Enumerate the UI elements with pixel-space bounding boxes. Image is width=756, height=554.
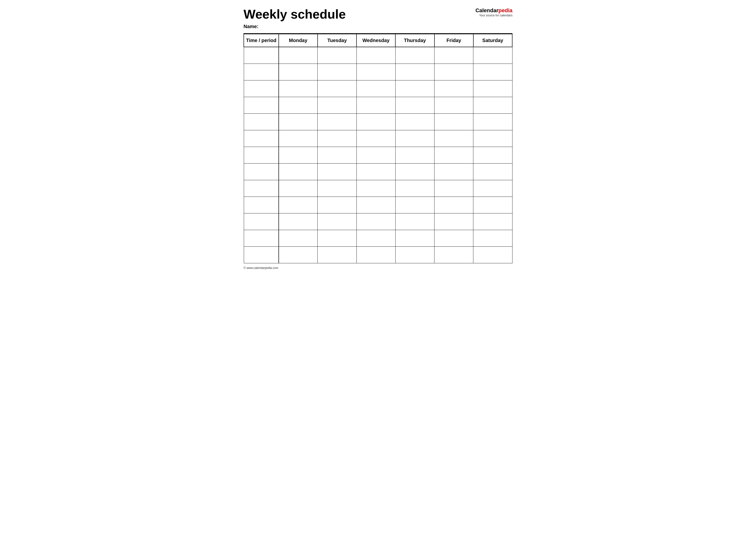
day-cell[interactable] bbox=[279, 230, 318, 246]
col-header-thursday: Thursday bbox=[395, 34, 434, 47]
day-cell[interactable] bbox=[357, 246, 395, 263]
day-cell[interactable] bbox=[434, 197, 473, 213]
time-cell[interactable] bbox=[244, 130, 279, 147]
day-cell[interactable] bbox=[318, 213, 357, 230]
time-cell[interactable] bbox=[244, 213, 279, 230]
day-cell[interactable] bbox=[357, 47, 395, 64]
day-cell[interactable] bbox=[395, 80, 434, 97]
day-cell[interactable] bbox=[318, 80, 357, 97]
day-cell[interactable] bbox=[434, 230, 473, 246]
table-row bbox=[244, 213, 512, 230]
time-cell[interactable] bbox=[244, 113, 279, 130]
page-container: Weekly schedule Name: Calendarpedia Your… bbox=[244, 7, 512, 270]
day-cell[interactable] bbox=[473, 246, 512, 263]
day-cell[interactable] bbox=[434, 163, 473, 180]
day-cell[interactable] bbox=[318, 64, 357, 80]
day-cell[interactable] bbox=[473, 197, 512, 213]
day-cell[interactable] bbox=[395, 64, 434, 80]
day-cell[interactable] bbox=[395, 147, 434, 163]
day-cell[interactable] bbox=[357, 130, 395, 147]
day-cell[interactable] bbox=[434, 113, 473, 130]
day-cell[interactable] bbox=[279, 113, 318, 130]
day-cell[interactable] bbox=[318, 180, 357, 197]
day-cell[interactable] bbox=[434, 97, 473, 113]
day-cell[interactable] bbox=[318, 113, 357, 130]
time-cell[interactable] bbox=[244, 197, 279, 213]
day-cell[interactable] bbox=[473, 147, 512, 163]
day-cell[interactable] bbox=[318, 130, 357, 147]
day-cell[interactable] bbox=[279, 97, 318, 113]
day-cell[interactable] bbox=[357, 80, 395, 97]
day-cell[interactable] bbox=[395, 197, 434, 213]
day-cell[interactable] bbox=[395, 47, 434, 64]
time-cell[interactable] bbox=[244, 163, 279, 180]
day-cell[interactable] bbox=[279, 47, 318, 64]
day-cell[interactable] bbox=[357, 147, 395, 163]
day-cell[interactable] bbox=[395, 97, 434, 113]
day-cell[interactable] bbox=[357, 197, 395, 213]
table-row bbox=[244, 64, 512, 80]
time-cell[interactable] bbox=[244, 180, 279, 197]
day-cell[interactable] bbox=[318, 163, 357, 180]
day-cell[interactable] bbox=[434, 147, 473, 163]
day-cell[interactable] bbox=[395, 163, 434, 180]
day-cell[interactable] bbox=[434, 180, 473, 197]
day-cell[interactable] bbox=[434, 80, 473, 97]
day-cell[interactable] bbox=[395, 130, 434, 147]
day-cell[interactable] bbox=[473, 97, 512, 113]
time-cell[interactable] bbox=[244, 97, 279, 113]
day-cell[interactable] bbox=[318, 47, 357, 64]
day-cell[interactable] bbox=[395, 113, 434, 130]
time-cell[interactable] bbox=[244, 47, 279, 64]
day-cell[interactable] bbox=[434, 246, 473, 263]
header-section: Weekly schedule Name: Calendarpedia Your… bbox=[244, 7, 512, 29]
day-cell[interactable] bbox=[434, 130, 473, 147]
day-cell[interactable] bbox=[473, 64, 512, 80]
day-cell[interactable] bbox=[279, 147, 318, 163]
day-cell[interactable] bbox=[279, 246, 318, 263]
day-cell[interactable] bbox=[357, 163, 395, 180]
day-cell[interactable] bbox=[473, 230, 512, 246]
day-cell[interactable] bbox=[473, 47, 512, 64]
day-cell[interactable] bbox=[357, 97, 395, 113]
day-cell[interactable] bbox=[279, 64, 318, 80]
day-cell[interactable] bbox=[279, 213, 318, 230]
day-cell[interactable] bbox=[357, 230, 395, 246]
table-row bbox=[244, 47, 512, 64]
day-cell[interactable] bbox=[279, 163, 318, 180]
col-header-time: Time / period bbox=[244, 34, 279, 47]
time-cell[interactable] bbox=[244, 80, 279, 97]
day-cell[interactable] bbox=[473, 113, 512, 130]
day-cell[interactable] bbox=[279, 130, 318, 147]
time-cell[interactable] bbox=[244, 64, 279, 80]
time-cell[interactable] bbox=[244, 246, 279, 263]
day-cell[interactable] bbox=[395, 246, 434, 263]
time-cell[interactable] bbox=[244, 230, 279, 246]
day-cell[interactable] bbox=[318, 147, 357, 163]
day-cell[interactable] bbox=[318, 197, 357, 213]
time-cell[interactable] bbox=[244, 147, 279, 163]
day-cell[interactable] bbox=[473, 213, 512, 230]
day-cell[interactable] bbox=[318, 97, 357, 113]
day-cell[interactable] bbox=[395, 213, 434, 230]
page-title: Weekly schedule bbox=[244, 7, 475, 21]
day-cell[interactable] bbox=[395, 180, 434, 197]
day-cell[interactable] bbox=[434, 47, 473, 64]
day-cell[interactable] bbox=[434, 213, 473, 230]
day-cell[interactable] bbox=[357, 113, 395, 130]
day-cell[interactable] bbox=[473, 80, 512, 97]
day-cell[interactable] bbox=[473, 180, 512, 197]
day-cell[interactable] bbox=[473, 130, 512, 147]
day-cell[interactable] bbox=[279, 80, 318, 97]
day-cell[interactable] bbox=[434, 64, 473, 80]
day-cell[interactable] bbox=[318, 246, 357, 263]
day-cell[interactable] bbox=[357, 64, 395, 80]
day-cell[interactable] bbox=[395, 230, 434, 246]
day-cell[interactable] bbox=[357, 213, 395, 230]
day-cell[interactable] bbox=[318, 230, 357, 246]
col-header-wednesday: Wednesday bbox=[357, 34, 395, 47]
day-cell[interactable] bbox=[357, 180, 395, 197]
day-cell[interactable] bbox=[279, 180, 318, 197]
day-cell[interactable] bbox=[279, 197, 318, 213]
day-cell[interactable] bbox=[473, 163, 512, 180]
